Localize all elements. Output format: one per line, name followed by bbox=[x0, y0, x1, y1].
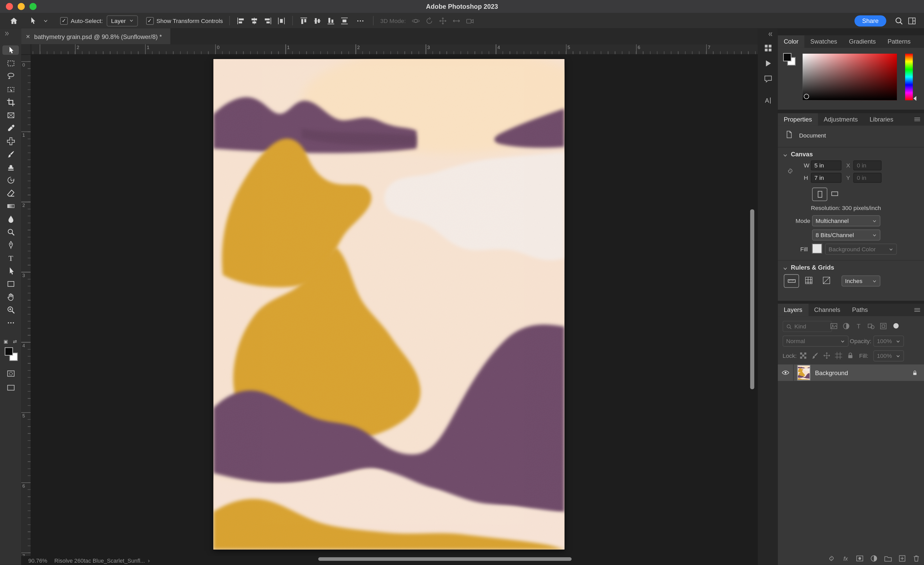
rectangle-tool[interactable] bbox=[2, 279, 19, 289]
pan-3d-icon[interactable] bbox=[438, 16, 447, 25]
crop-tool[interactable] bbox=[2, 97, 19, 107]
actions-panel-icon[interactable] bbox=[761, 57, 775, 69]
distribute-h-icon[interactable] bbox=[277, 16, 286, 25]
blend-mode-dropdown[interactable]: Normal bbox=[783, 336, 849, 347]
eraser-tool[interactable] bbox=[2, 188, 19, 198]
document-profile-info[interactable]: Risolve 260tac Blue_Scarlet_Sunfl... bbox=[54, 557, 145, 564]
color-picker-cursor[interactable] bbox=[804, 94, 809, 99]
foreground-color-mini-swatch[interactable] bbox=[783, 53, 792, 62]
blur-tool[interactable] bbox=[2, 214, 19, 224]
tab-paths[interactable]: Paths bbox=[846, 304, 874, 316]
show-transform-checkbox[interactable]: ✓ Show Transform Controls bbox=[146, 17, 223, 24]
foreground-color-swatch[interactable] bbox=[4, 347, 13, 356]
character-panel-icon[interactable]: A bbox=[761, 95, 775, 106]
align-top-icon[interactable] bbox=[300, 16, 308, 25]
section-chevron-icon[interactable] bbox=[783, 266, 788, 271]
tab-layers[interactable]: Layers bbox=[778, 304, 808, 316]
minimize-window-button[interactable] bbox=[18, 3, 25, 10]
distribute-v-icon[interactable] bbox=[340, 16, 349, 25]
adjustment-filter-icon[interactable] bbox=[842, 322, 850, 330]
lock-transparent-icon[interactable] bbox=[799, 352, 807, 360]
layer-thumbnail[interactable] bbox=[797, 365, 810, 380]
auto-select-target-dropdown[interactable]: Layer bbox=[107, 15, 138, 26]
constrain-link-icon[interactable] bbox=[786, 167, 794, 175]
type-tool[interactable]: T bbox=[2, 253, 19, 263]
hue-slider-marker[interactable] bbox=[914, 96, 916, 101]
tab-color[interactable]: Color bbox=[778, 35, 804, 48]
camera-3d-icon[interactable] bbox=[465, 16, 474, 25]
align-right-icon[interactable] bbox=[264, 16, 272, 25]
shape-filter-icon[interactable] bbox=[867, 322, 875, 330]
zoom-tool[interactable] bbox=[2, 305, 19, 314]
roll-3d-icon[interactable] bbox=[424, 16, 434, 25]
move-tool[interactable] bbox=[2, 45, 19, 55]
horizontal-scrollbar[interactable] bbox=[318, 557, 572, 561]
panel-menu-icon[interactable] bbox=[914, 116, 921, 123]
brush-tool[interactable] bbox=[2, 149, 19, 159]
default-colors-icon[interactable]: ▣ bbox=[4, 339, 8, 344]
lock-artboard-icon[interactable] bbox=[834, 352, 843, 360]
smart-object-filter-icon[interactable] bbox=[879, 322, 887, 330]
object-selection-tool[interactable] bbox=[2, 84, 19, 94]
canvas-viewport[interactable] bbox=[31, 54, 758, 556]
fx-icon[interactable]: fx bbox=[842, 554, 850, 563]
y-field[interactable]: 0 in bbox=[854, 173, 882, 183]
close-window-button[interactable] bbox=[6, 3, 13, 10]
chevron-down-icon[interactable] bbox=[39, 15, 52, 27]
new-layer-icon[interactable] bbox=[898, 554, 906, 563]
type-filter-icon[interactable]: T bbox=[854, 322, 862, 330]
lock-all-icon[interactable] bbox=[846, 352, 854, 360]
delete-icon[interactable] bbox=[912, 554, 920, 563]
rulers-grids-section-header[interactable]: Rulers & Grids bbox=[791, 264, 834, 270]
canvas-section-header[interactable]: Canvas bbox=[791, 150, 813, 157]
lasso-tool[interactable] bbox=[2, 71, 19, 81]
mode-dropdown[interactable]: Multichannel bbox=[812, 215, 880, 226]
pen-tool[interactable] bbox=[2, 240, 19, 249]
section-chevron-icon[interactable] bbox=[783, 153, 788, 158]
tab-libraries[interactable]: Libraries bbox=[864, 113, 899, 126]
fill-color-swatch[interactable] bbox=[812, 243, 822, 254]
comments-panel-icon[interactable] bbox=[761, 72, 775, 84]
tab-channels[interactable]: Channels bbox=[808, 304, 846, 316]
orientation-portrait-button[interactable] bbox=[812, 188, 827, 201]
align-bottom-icon[interactable] bbox=[327, 16, 335, 25]
path-selection-tool[interactable] bbox=[2, 266, 19, 275]
zoom-level-field[interactable]: 90.76% bbox=[28, 557, 47, 564]
filter-toggle[interactable] bbox=[893, 323, 899, 329]
units-dropdown[interactable]: Inches bbox=[842, 275, 880, 286]
move-tool-icon[interactable] bbox=[26, 15, 39, 27]
canvas-artwork[interactable] bbox=[213, 59, 564, 550]
layer-fill-dropdown[interactable]: 100% bbox=[873, 350, 904, 361]
workspace-icon[interactable] bbox=[905, 15, 918, 27]
hue-slider[interactable] bbox=[905, 54, 913, 101]
screen-mode-button[interactable] bbox=[0, 383, 21, 392]
color-picker-field[interactable] bbox=[802, 54, 897, 101]
height-field[interactable]: 7 in bbox=[811, 173, 842, 183]
panel-menu-icon[interactable] bbox=[914, 306, 921, 314]
quick-mask-button[interactable] bbox=[0, 369, 21, 378]
eyedropper-tool[interactable] bbox=[2, 123, 19, 133]
link-icon[interactable] bbox=[827, 554, 836, 563]
swap-colors-icon[interactable]: ⇄ bbox=[13, 339, 17, 344]
tab-adjustments[interactable]: Adjustments bbox=[818, 113, 864, 126]
fullscreen-window-button[interactable] bbox=[29, 3, 36, 10]
ruler-icon[interactable] bbox=[784, 274, 799, 288]
orbit-3d-icon[interactable] bbox=[411, 16, 420, 25]
lock-position-icon[interactable] bbox=[823, 352, 831, 360]
group-icon[interactable] bbox=[884, 554, 892, 563]
adjustment-icon[interactable] bbox=[870, 554, 878, 563]
guides-icon[interactable] bbox=[819, 274, 833, 287]
layer-name[interactable]: Background bbox=[815, 369, 912, 376]
expand-toolbar-icon[interactable] bbox=[4, 30, 10, 37]
dodge-tool[interactable] bbox=[2, 227, 19, 237]
libraries-panel-icon[interactable] bbox=[761, 42, 775, 54]
x-field[interactable]: 0 in bbox=[854, 161, 882, 171]
color-swatches[interactable] bbox=[4, 347, 18, 362]
status-chevron-icon[interactable]: › bbox=[148, 557, 150, 564]
healing-brush-tool[interactable] bbox=[2, 136, 19, 146]
share-button[interactable]: Share bbox=[854, 15, 886, 26]
vertical-scrollbar[interactable] bbox=[750, 209, 754, 389]
edit-toolbar[interactable] bbox=[2, 318, 19, 328]
history-brush-tool[interactable] bbox=[2, 175, 19, 185]
align-center-h-icon[interactable] bbox=[250, 16, 259, 25]
